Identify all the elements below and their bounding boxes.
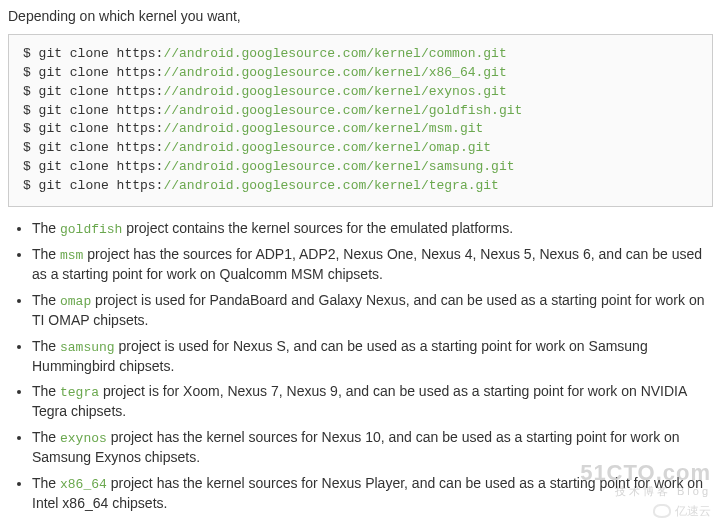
code-prefix: $ git clone https:	[23, 178, 163, 193]
code-url: //android.googlesource.com/kernel/x86_64…	[163, 65, 506, 80]
code-line: $ git clone https://android.googlesource…	[23, 120, 698, 139]
lead-text: The	[32, 220, 60, 236]
lead-text: The	[32, 475, 60, 491]
tail-text: project contains the kernel sources for …	[122, 220, 513, 236]
keyword: tegra	[60, 385, 99, 400]
code-url: //android.googlesource.com/kernel/samsun…	[163, 159, 514, 174]
lead-text: The	[32, 429, 60, 445]
tail-text: project is used for Nexus S, and can be …	[32, 338, 648, 374]
lead-text: The	[32, 383, 60, 399]
tail-text: project is used for PandaBoard and Galax…	[32, 292, 704, 328]
code-prefix: $ git clone https:	[23, 65, 163, 80]
lead-text: The	[32, 246, 60, 262]
keyword: samsung	[60, 340, 115, 355]
code-line: $ git clone https://android.googlesource…	[23, 64, 698, 83]
code-prefix: $ git clone https:	[23, 103, 163, 118]
code-url: //android.googlesource.com/kernel/omap.g…	[163, 140, 491, 155]
code-line: $ git clone https://android.googlesource…	[23, 158, 698, 177]
keyword: omap	[60, 294, 91, 309]
keyword: x86_64	[60, 477, 107, 492]
list-item: The x86_64 project has the kernel source…	[32, 474, 713, 514]
code-prefix: $ git clone https:	[23, 84, 163, 99]
keyword: msm	[60, 248, 83, 263]
code-url: //android.googlesource.com/kernel/tegra.…	[163, 178, 498, 193]
lead-text: The	[32, 338, 60, 354]
code-prefix: $ git clone https:	[23, 159, 163, 174]
list-item: The samsung project is used for Nexus S,…	[32, 337, 713, 377]
code-line: $ git clone https://android.googlesource…	[23, 45, 698, 64]
list-item: The goldfish project contains the kernel…	[32, 219, 713, 239]
list-item: The omap project is used for PandaBoard …	[32, 291, 713, 331]
list-item: The tegra project is for Xoom, Nexus 7, …	[32, 382, 713, 422]
list-item: The msm project has the sources for ADP1…	[32, 245, 713, 285]
tail-text: project is for Xoom, Nexus 7, Nexus 9, a…	[32, 383, 687, 419]
code-line: $ git clone https://android.googlesource…	[23, 83, 698, 102]
list-item: The exynos project has the kernel source…	[32, 428, 713, 468]
code-url: //android.googlesource.com/kernel/common…	[163, 46, 506, 61]
code-url: //android.googlesource.com/kernel/goldfi…	[163, 103, 522, 118]
code-url: //android.googlesource.com/kernel/exynos…	[163, 84, 506, 99]
keyword: goldfish	[60, 222, 122, 237]
tail-text: project has the kernel sources for Nexus…	[32, 475, 703, 511]
code-url: //android.googlesource.com/kernel/msm.gi…	[163, 121, 483, 136]
project-list: The goldfish project contains the kernel…	[8, 219, 713, 514]
code-line: $ git clone https://android.googlesource…	[23, 102, 698, 121]
tail-text: project has the sources for ADP1, ADP2, …	[32, 246, 702, 282]
lead-text: The	[32, 292, 60, 308]
code-line: $ git clone https://android.googlesource…	[23, 139, 698, 158]
code-prefix: $ git clone https:	[23, 140, 163, 155]
git-clone-codeblock: $ git clone https://android.googlesource…	[8, 34, 713, 207]
code-prefix: $ git clone https:	[23, 121, 163, 136]
tail-text: project has the kernel sources for Nexus…	[32, 429, 680, 465]
keyword: exynos	[60, 431, 107, 446]
code-prefix: $ git clone https:	[23, 46, 163, 61]
code-line: $ git clone https://android.googlesource…	[23, 177, 698, 196]
intro-text: Depending on which kernel you want,	[8, 8, 713, 24]
